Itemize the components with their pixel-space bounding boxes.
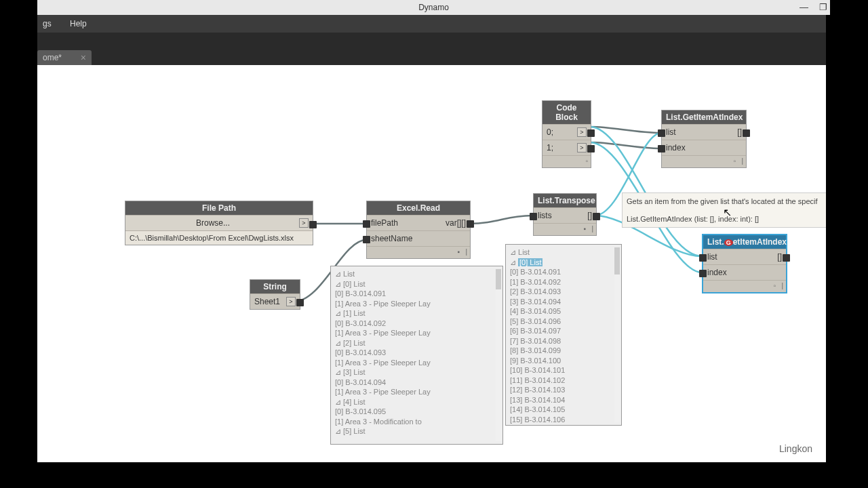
output-label: var[][]: [446, 218, 466, 228]
node-list-transpose[interactable]: List.Transpose lists [] ▪ |: [533, 193, 597, 236]
list-item: ⊿ List: [335, 269, 498, 279]
node-footer: ▫ |: [662, 155, 746, 167]
output-port[interactable]: [309, 221, 317, 228]
scrollbar[interactable]: [614, 247, 620, 422]
list-item: [6] B-3.014.097: [510, 326, 617, 336]
list-item: [1] Area 3 - Pipe Sleeper Lay: [335, 328, 498, 338]
code-line-1[interactable]: 1;: [547, 143, 553, 152]
input-port-index[interactable]: [699, 270, 707, 277]
title-bar: Dynamo — ❐: [37, 0, 830, 15]
node-title: List.GetItemAtIndex: [662, 110, 746, 124]
list-item: [3] B-3.014.094: [510, 297, 617, 307]
list-item: [1] Area 3 - Pipe Sleeper Lay: [335, 358, 498, 368]
port-label: filePath: [371, 218, 398, 228]
input-port-lists[interactable]: [530, 213, 537, 220]
minimize-button[interactable]: —: [800, 0, 808, 15]
list-item: [0] B-3.014.091: [335, 289, 498, 299]
list-item: [5] B-3.014.096: [510, 317, 617, 327]
output-port[interactable]: [743, 129, 750, 137]
port-label: lists: [538, 211, 552, 220]
node-title: String: [250, 280, 300, 293]
graph-canvas[interactable]: File Path Browse... > C:\...\Bismillah\D…: [37, 65, 826, 462]
node-footer: ▫ |: [703, 280, 786, 292]
list-item: [12] B-3.014.103: [510, 385, 617, 395]
transpose-preview[interactable]: ⊿ List ⊿ [0] List [0] B-3.014.091 [1] B-…: [505, 244, 622, 426]
output-port-chevron[interactable]: >: [299, 218, 309, 228]
node-code-block[interactable]: Code Block 0; > 1; > ▫: [542, 100, 591, 168]
output-port[interactable]: [296, 299, 304, 306]
maximize-button[interactable]: ❐: [819, 0, 827, 15]
list-item: [2] B-3.014.093: [510, 287, 617, 297]
list-item: [11] B-3.014.102: [510, 375, 617, 386]
code-line-0[interactable]: 0;: [547, 127, 553, 137]
input-port-sheetname[interactable]: [363, 236, 370, 243]
list-item: [13] B-3.014.104: [510, 395, 617, 405]
node-string[interactable]: String Sheet1 >: [250, 279, 300, 310]
input-port-filepath[interactable]: [363, 220, 370, 228]
tab-label: ome*: [43, 53, 62, 62]
list-item: ⊿ [4] List: [335, 397, 498, 407]
input-port-index[interactable]: [658, 145, 665, 152]
close-icon[interactable]: ×: [81, 52, 86, 63]
node-tooltip: Gets an item from the given list that's …: [622, 192, 826, 228]
output-port-0[interactable]: [587, 129, 595, 137]
file-path-value: C:\...\Bismillah\Desktop\From Excel\DwgL…: [130, 234, 294, 242]
string-value[interactable]: Sheet1: [254, 297, 280, 306]
list-item: [15] B-3.014.106: [510, 415, 617, 425]
list-item: [8] B-3.014.099: [510, 346, 617, 356]
tooltip-signature: List.GetItemAtIndex (list: [], index: in…: [627, 214, 822, 224]
output-label: []: [777, 252, 782, 262]
list-item: [14] B-3.014.105: [510, 405, 617, 415]
list-item: [1] B-3.014.092: [510, 277, 617, 287]
workspace-tab[interactable]: ome* ×: [37, 50, 92, 65]
node-footer: ▪ |: [367, 246, 470, 258]
node-title: List.GetItemAtIndex: [703, 235, 786, 249]
list-item[interactable]: ⊿ [0] List: [510, 258, 617, 268]
watermark: Lingkon: [779, 443, 812, 454]
node-title: Code Block: [542, 101, 591, 124]
list-item: ⊿ [2] List: [335, 338, 498, 348]
node-excel-read[interactable]: Excel.Read filePath var[][] sheetName ▪ …: [366, 201, 471, 259]
list-item: [1] Area 3 - Pipe Sleeper Lay: [335, 299, 498, 309]
browse-button[interactable]: Browse...: [130, 218, 296, 228]
node-get-item-at-index-2[interactable]: List.GetItemAtIndex list [] index ▫ |: [702, 234, 787, 293]
list-item: [0] B-3.014.094: [335, 378, 498, 388]
list-item: [4] B-3.014.095: [510, 306, 617, 317]
port-label: index: [666, 143, 686, 152]
menu-bar: gs Help: [37, 15, 826, 33]
list-item: [1] Area 3 - Modification to: [335, 417, 498, 427]
tooltip-description: Gets an item from the given list that's …: [627, 196, 822, 207]
list-item: [0] B-3.014.091: [510, 267, 617, 277]
input-port-list[interactable]: [699, 254, 707, 262]
output-label: []: [737, 127, 742, 137]
output-label: []: [587, 211, 592, 220]
list-item: ⊿ [1] List: [335, 308, 498, 319]
menu-help[interactable]: Help: [70, 19, 87, 28]
list-item: ⊿ List: [510, 247, 617, 258]
list-item: [0] B-3.014.093: [335, 348, 498, 358]
input-port-list[interactable]: [658, 129, 665, 137]
list-item: ⊿ [5] List: [335, 426, 498, 436]
port-label: sheetName: [371, 234, 412, 243]
output-port-chevron[interactable]: >: [577, 143, 587, 152]
node-title: File Path: [125, 201, 313, 215]
menu-settings-fragment[interactable]: gs: [43, 19, 52, 28]
port-label: index: [707, 268, 727, 277]
port-label: list: [666, 127, 676, 137]
output-port[interactable]: [593, 213, 600, 220]
list-item: [1] Area 3 - Pipe Sleeper Lay: [335, 387, 498, 397]
node-title: Excel.Read: [367, 201, 470, 215]
scrollbar[interactable]: [496, 269, 501, 441]
list-item: [0] B-3.014.092: [335, 319, 498, 329]
list-item: [9] B-3.014.100: [510, 356, 617, 366]
output-port-chevron[interactable]: >: [577, 127, 587, 137]
output-port[interactable]: [467, 220, 474, 228]
output-port-chevron[interactable]: >: [286, 297, 296, 306]
output-port[interactable]: [783, 254, 790, 262]
node-footer: ▫: [542, 155, 591, 167]
output-port-1[interactable]: [587, 145, 595, 152]
excel-read-preview[interactable]: ⊿ List ⊿ [0] List [0] B-3.014.091 [1] Ar…: [330, 266, 503, 445]
node-file-path[interactable]: File Path Browse... > C:\...\Bismillah\D…: [125, 201, 313, 245]
node-title: List.Transpose: [534, 194, 596, 207]
node-get-item-at-index-1[interactable]: List.GetItemAtIndex list [] index ▫ |: [661, 110, 747, 168]
